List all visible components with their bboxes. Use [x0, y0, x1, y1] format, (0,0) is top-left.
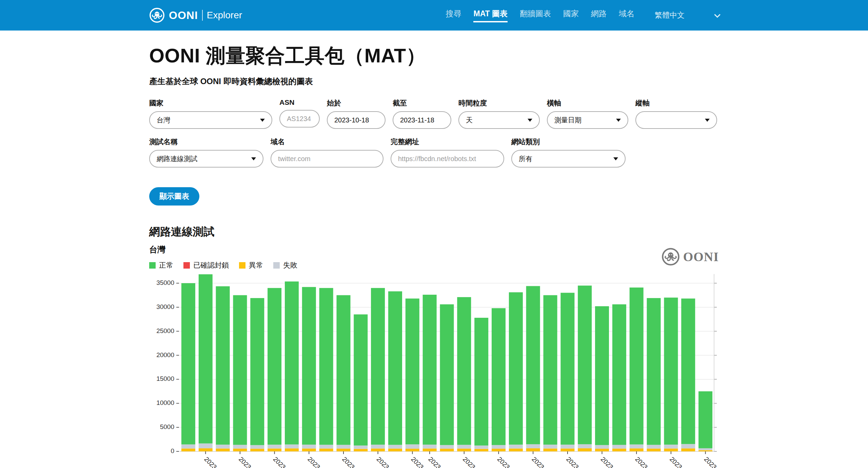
- url-input[interactable]: [391, 150, 504, 168]
- bar-segment[interactable]: [406, 444, 419, 449]
- nav-link-search[interactable]: 搜尋: [446, 8, 461, 22]
- bar-segment[interactable]: [250, 298, 264, 445]
- bar-segment[interactable]: [285, 281, 299, 445]
- bar-segment[interactable]: [216, 449, 230, 452]
- bar-segment[interactable]: [388, 291, 402, 445]
- bar-segment[interactable]: [440, 304, 454, 445]
- bar-segment[interactable]: [560, 445, 574, 448]
- since-date-input[interactable]: [327, 111, 386, 129]
- bar-segment[interactable]: [319, 449, 333, 451]
- bar-segment[interactable]: [337, 295, 351, 445]
- bar-segment[interactable]: [681, 448, 695, 451]
- bar-segment[interactable]: [560, 293, 574, 445]
- bar-segment[interactable]: [681, 444, 695, 449]
- bar-segment[interactable]: [509, 292, 523, 445]
- bar-segment[interactable]: [681, 298, 695, 444]
- bar-segment[interactable]: [354, 449, 368, 451]
- bar-segment[interactable]: [388, 445, 402, 449]
- bar-segment[interactable]: [664, 298, 678, 445]
- bar-segment[interactable]: [388, 449, 402, 451]
- bar-segment[interactable]: [233, 449, 247, 451]
- bar-segment[interactable]: [319, 288, 333, 445]
- bar-segment[interactable]: [595, 306, 609, 445]
- bar-segment[interactable]: [474, 318, 488, 446]
- nav-link-networks[interactable]: 網路: [591, 8, 607, 22]
- bar-segment[interactable]: [560, 449, 574, 452]
- bar-segment[interactable]: [181, 449, 195, 452]
- nav-link-circumvention[interactable]: 翻牆圖表: [520, 8, 551, 22]
- bar-segment[interactable]: [406, 298, 419, 444]
- bar-segment[interactable]: [630, 288, 644, 445]
- bar-segment[interactable]: [268, 288, 281, 445]
- bar-segment[interactable]: [544, 295, 557, 445]
- bar-segment[interactable]: [474, 449, 488, 451]
- nav-link-countries[interactable]: 國家: [563, 8, 579, 22]
- bar-segment[interactable]: [199, 274, 213, 444]
- show-chart-button[interactable]: 顯示圖表: [149, 187, 199, 206]
- bar-segment[interactable]: [630, 448, 644, 451]
- bar-segment[interactable]: [268, 445, 281, 448]
- bar-segment[interactable]: [302, 449, 316, 452]
- bar-segment[interactable]: [526, 286, 540, 444]
- time-grain-select[interactable]: 天: [458, 111, 540, 129]
- bar-segment[interactable]: [698, 450, 712, 452]
- bar-segment[interactable]: [647, 449, 661, 451]
- yaxis-select[interactable]: [635, 111, 717, 129]
- bar-segment[interactable]: [423, 449, 437, 452]
- bar-segment[interactable]: [423, 445, 437, 448]
- bar-segment[interactable]: [337, 445, 351, 449]
- bar-segment[interactable]: [578, 444, 592, 448]
- bar-segment[interactable]: [250, 449, 264, 451]
- bar-segment[interactable]: [612, 445, 626, 449]
- bar-segment[interactable]: [698, 448, 712, 450]
- bar-segment[interactable]: [595, 449, 609, 451]
- bar-segment[interactable]: [337, 449, 351, 451]
- nav-link-mat[interactable]: MAT 圖表: [473, 8, 508, 22]
- bar-segment[interactable]: [199, 448, 213, 451]
- xaxis-select[interactable]: 測量日期: [547, 111, 628, 129]
- nav-link-domains[interactable]: 域名: [619, 8, 634, 22]
- bar-segment[interactable]: [216, 286, 230, 445]
- bar-segment[interactable]: [544, 445, 557, 448]
- bar-segment[interactable]: [199, 444, 213, 448]
- bar-segment[interactable]: [371, 288, 385, 445]
- bar-segment[interactable]: [354, 314, 368, 446]
- bar-segment[interactable]: [492, 445, 506, 449]
- test-name-select[interactable]: 網路連線測試: [149, 150, 263, 168]
- bar-segment[interactable]: [492, 449, 506, 451]
- bar-segment[interactable]: [612, 304, 626, 445]
- bar-segment[interactable]: [302, 287, 316, 445]
- bar-segment[interactable]: [612, 449, 626, 451]
- bar-segment[interactable]: [423, 295, 437, 445]
- bar-segment[interactable]: [698, 391, 712, 448]
- bar-segment[interactable]: [406, 449, 419, 451]
- bar-segment[interactable]: [630, 445, 644, 449]
- bar-segment[interactable]: [526, 448, 540, 451]
- bar-segment[interactable]: [457, 449, 471, 451]
- bar-segment[interactable]: [233, 445, 247, 449]
- bar-segment[interactable]: [664, 449, 678, 452]
- bar-segment[interactable]: [285, 445, 299, 449]
- bar-segment[interactable]: [216, 445, 230, 448]
- bar-segment[interactable]: [664, 445, 678, 448]
- language-selector[interactable]: 繁體中文: [655, 10, 719, 20]
- bar-segment[interactable]: [526, 444, 540, 448]
- bar-segment[interactable]: [457, 297, 471, 445]
- category-select[interactable]: 所有: [511, 150, 626, 168]
- bar-segment[interactable]: [647, 445, 661, 449]
- bar-segment[interactable]: [319, 445, 333, 448]
- bar-segment[interactable]: [233, 295, 247, 445]
- bar-segment[interactable]: [595, 445, 609, 449]
- asn-input[interactable]: [279, 110, 320, 128]
- country-select[interactable]: 台灣: [149, 111, 272, 129]
- bar-segment[interactable]: [578, 286, 592, 444]
- bar-segment[interactable]: [302, 445, 316, 448]
- bar-segment[interactable]: [354, 446, 368, 449]
- brand[interactable]: OONI Explorer: [149, 7, 242, 23]
- bar-segment[interactable]: [285, 448, 299, 451]
- bar-segment[interactable]: [544, 449, 557, 452]
- until-date-input[interactable]: [393, 111, 451, 129]
- bar-segment[interactable]: [509, 445, 523, 448]
- bar-segment[interactable]: [181, 445, 195, 449]
- bar-segment[interactable]: [457, 445, 471, 449]
